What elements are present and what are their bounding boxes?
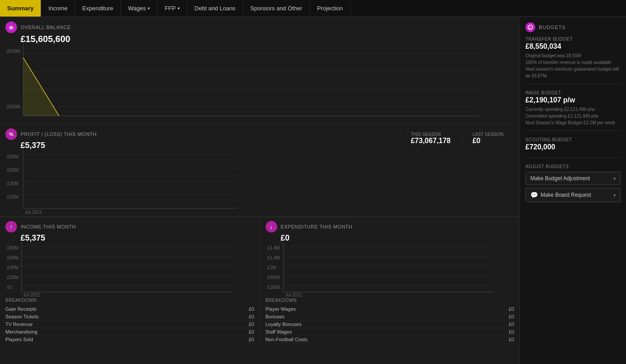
- exp-row-staff[interactable]: Staff Wages £0: [266, 328, 515, 336]
- transfer-detail-3: Next season's minimum guaranteed budget …: [525, 66, 621, 79]
- expenditure-label: EXPENDITURE THIS MONTH: [281, 224, 353, 229]
- transfer-budget-value: £8,550,034: [525, 42, 621, 51]
- budgets-title: £ BUDGETS: [525, 22, 621, 32]
- budget-adjustment-label: Make Budget Adjustment: [530, 175, 590, 182]
- income-row-tv[interactable]: TV Revenue £0: [5, 321, 254, 328]
- income-value: £5,375: [21, 233, 254, 243]
- profit-label: PROFIT / (LOSS) THIS MONTH: [21, 131, 97, 137]
- overall-chart-svg: [5, 44, 514, 123]
- transfer-detail-1: Original budget was £8.55M: [525, 52, 621, 59]
- nav-item-sponsors[interactable]: Sponsors and Other: [243, 0, 310, 17]
- expenditure-breakdown-table: Player Wages £0 Bonuses £0 Loyalty Bonus…: [266, 305, 515, 343]
- board-request-label: Make Board Request: [541, 192, 613, 198]
- nav-item-ffp[interactable]: FFP ▾: [157, 0, 187, 17]
- overall-balance-header: OVERALL BALANCE: [5, 21, 514, 33]
- row-value: £0: [509, 337, 514, 342]
- nav-item-projection[interactable]: Projection: [310, 0, 351, 17]
- nav-label-income: Income: [48, 5, 68, 12]
- income-row-merch[interactable]: Merchandising £0: [5, 328, 254, 336]
- scouting-budget-value: £720,000: [525, 143, 621, 151]
- adjust-budgets-section: ADJUST BUDGETS Make Budget Adjustment ▾ …: [525, 164, 621, 202]
- budgets-label: BUDGETS: [539, 25, 566, 30]
- row-name: Merchandising: [5, 329, 38, 334]
- nav-item-income[interactable]: Income: [41, 0, 75, 17]
- row-name: Gate Receipts: [5, 306, 37, 312]
- make-board-request-button[interactable]: 💬 Make Board Request ▾: [525, 188, 621, 202]
- svg-text:Jul 2021: Jul 2021: [285, 292, 302, 296]
- wage-detail-3: Next Season's Wage Budget £2.2M per week: [525, 119, 621, 126]
- overall-balance-section: OVERALL BALANCE £15,605,600 (£50M) (£60M…: [0, 17, 520, 123]
- nav-label-projection: Projection: [317, 5, 343, 12]
- svg-text:£20M: £20M: [7, 275, 18, 280]
- income-row-season[interactable]: Season Tickets £0: [5, 313, 254, 321]
- nav-item-summary[interactable]: Summary: [0, 0, 41, 17]
- nav-item-debt[interactable]: Debt and Loans: [187, 0, 243, 17]
- y-label-30m: £30M: [7, 181, 18, 186]
- exp-row-nonfootball[interactable]: Non-Football Costs £0: [266, 336, 515, 343]
- profit-chart-svg: £80M £50M £30M £10M Jul 2021: [5, 150, 400, 215]
- this-season-value: £73,067,178: [411, 137, 451, 145]
- expenditure-header: ↓ EXPENDITURE THIS MONTH: [266, 221, 515, 233]
- row-value: £0: [509, 329, 514, 334]
- chevron-down-icon: ▾: [148, 6, 150, 11]
- row-value: £0: [249, 314, 254, 319]
- chevron-down-icon: ▾: [178, 6, 180, 11]
- income-row-players[interactable]: Players Sold £0: [5, 336, 254, 343]
- board-request-icon: 💬: [530, 191, 538, 199]
- last-season-value: £0: [473, 137, 503, 145]
- profit-section: % PROFIT / (LOSS) THIS MONTH £5,375 £80M…: [0, 125, 520, 217]
- wage-budget-value: £2,190,107 p/w: [525, 96, 621, 104]
- last-season-label: LAST SEASON: [473, 132, 503, 137]
- wage-detail-2: Committed spending £2,121,480 p/w: [525, 113, 621, 119]
- last-season-stat: LAST SEASON £0: [461, 132, 514, 145]
- overall-balance-chart: (£50M) (£60M): [5, 44, 514, 123]
- profit-icon: %: [5, 128, 17, 140]
- income-section: ↑ INCOME THIS MONTH £5,375 £80M £60M £40…: [0, 217, 260, 343]
- nav-label-debt: Debt and Loans: [195, 5, 236, 12]
- expenditure-breakdown-label: BREAKDOWN: [266, 298, 515, 303]
- svg-text:£0: £0: [7, 285, 13, 290]
- svg-text:£60M: £60M: [7, 255, 18, 260]
- this-season-label: THIS SEASON: [411, 132, 451, 137]
- nav-item-wages[interactable]: Wages ▾: [121, 0, 157, 17]
- make-budget-adjustment-button[interactable]: Make Budget Adjustment ▾: [525, 172, 621, 185]
- transfer-budget-title: TRANSFER BUDGET: [525, 37, 621, 42]
- row-value: £0: [509, 306, 514, 312]
- expenditure-value: £0: [281, 233, 515, 243]
- income-breakdown-label: BREAKDOWN: [5, 298, 254, 303]
- y-label-50m: £50M: [7, 168, 18, 173]
- chevron-down-icon: ▾: [613, 193, 616, 198]
- scouting-budget-section: SCOUTING BUDGET £720,000: [525, 137, 621, 158]
- y-label-10m: £10M: [7, 195, 18, 199]
- row-value: £0: [509, 314, 514, 319]
- row-name: Loyalty Bonuses: [266, 322, 302, 327]
- nav-label-summary: Summary: [7, 5, 34, 12]
- overall-balance-label: OVERALL BALANCE: [21, 25, 71, 30]
- svg-text:£1M: £1M: [267, 265, 276, 270]
- exp-row-loyalty[interactable]: Loyalty Bonuses £0: [266, 321, 515, 328]
- profit-header: % PROFIT / (LOSS) THIS MONTH: [5, 128, 400, 140]
- row-name: TV Revenue: [5, 322, 33, 327]
- exp-row-bonuses[interactable]: Bonuses £0: [266, 313, 515, 321]
- wage-budget-title: WAGE BUDGET: [525, 90, 621, 95]
- income-header: ↑ INCOME THIS MONTH: [5, 221, 254, 233]
- income-icon: ↑: [5, 221, 17, 233]
- exp-row-wages[interactable]: Player Wages £0: [266, 305, 515, 313]
- nav-item-expenditure[interactable]: Expenditure: [75, 0, 121, 17]
- adjust-budgets-label: ADJUST BUDGETS: [525, 164, 621, 169]
- income-row-gate[interactable]: Gate Receipts £0: [5, 305, 254, 313]
- svg-text:£80M: £80M: [7, 245, 18, 250]
- main-layout: OVERALL BALANCE £15,605,600 (£50M) (£60M…: [0, 17, 626, 364]
- bottom-sections: ↑ INCOME THIS MONTH £5,375 £80M £60M £40…: [0, 217, 520, 343]
- svg-text:£1.4M: £1.4M: [267, 255, 280, 260]
- nav-label-expenditure: Expenditure: [82, 5, 113, 12]
- profit-chart-container: £80M £50M £30M £10M Jul 2021: [5, 150, 400, 216]
- nav-label-ffp: FFP: [165, 5, 176, 12]
- this-season-stat: THIS SEASON £73,067,178: [400, 132, 461, 145]
- svg-text:Jul 2021: Jul 2021: [25, 210, 42, 215]
- wage-budget-section: WAGE BUDGET £2,190,107 p/w Currently spe…: [525, 90, 621, 131]
- svg-text:£40M: £40M: [7, 265, 18, 270]
- expenditure-icon: ↓: [266, 221, 277, 233]
- scouting-budget-title: SCOUTING BUDGET: [525, 137, 621, 142]
- season-stats: THIS SEASON £73,067,178 LAST SEASON £0: [400, 128, 514, 145]
